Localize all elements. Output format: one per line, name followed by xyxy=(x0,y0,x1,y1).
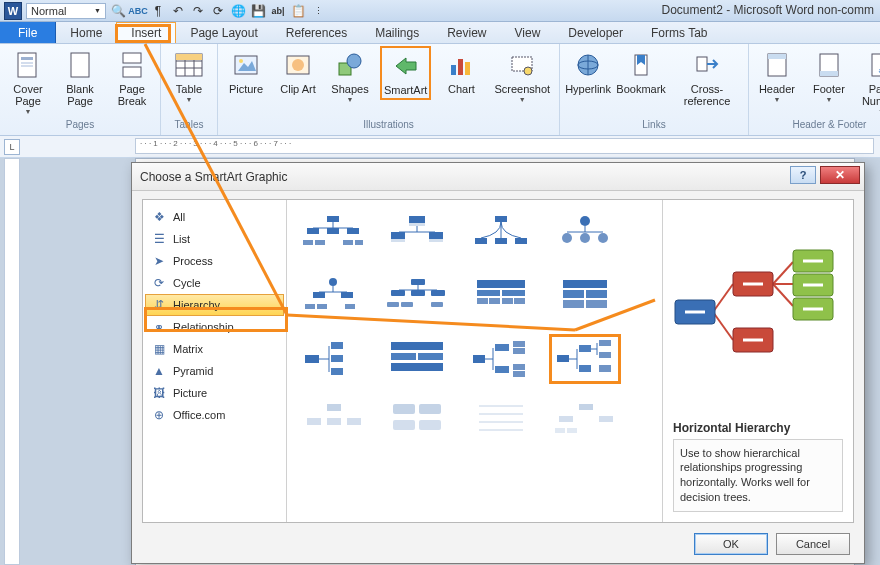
svg-rect-74 xyxy=(317,304,327,309)
chart-button[interactable]: Chart xyxy=(439,46,483,98)
dialog-close-button[interactable]: ✕ xyxy=(820,166,860,184)
svg-point-25 xyxy=(524,67,532,75)
svg-rect-35 xyxy=(820,71,838,76)
blank-page-icon xyxy=(64,49,96,81)
ok-button[interactable]: OK xyxy=(694,533,768,555)
svg-point-15 xyxy=(239,59,243,63)
tab-home[interactable]: Home xyxy=(56,22,116,43)
category-hierarchy[interactable]: ⇵Hierarchy xyxy=(145,294,284,316)
ruler-horizontal[interactable]: · · · 1 · · · 2 · · · 3 · · · 4 · · · 5 … xyxy=(135,138,874,154)
svg-rect-105 xyxy=(418,353,443,360)
svg-rect-87 xyxy=(502,290,525,296)
qat-refresh-icon[interactable]: ⟳ xyxy=(210,3,226,19)
cancel-button[interactable]: Cancel xyxy=(776,533,850,555)
svg-rect-127 xyxy=(307,418,321,425)
qat-redo-icon[interactable]: ↷ xyxy=(190,3,206,19)
header-button[interactable]: Header▼ xyxy=(755,46,799,106)
clipart-button[interactable]: Clip Art xyxy=(276,46,320,98)
bookmark-button[interactable]: Bookmark xyxy=(618,46,664,98)
svg-rect-102 xyxy=(331,368,343,375)
dialog-help-button[interactable]: ? xyxy=(790,166,816,184)
page-break-button[interactable]: Page Break xyxy=(110,46,154,110)
cover-page-button[interactable]: Cover Page▼ xyxy=(6,46,50,118)
svg-rect-58 xyxy=(495,216,507,222)
svg-rect-124 xyxy=(599,352,611,358)
category-process[interactable]: ➤Process xyxy=(143,250,286,272)
thumb-horizontal-org[interactable] xyxy=(297,334,369,384)
svg-rect-4 xyxy=(71,53,89,77)
svg-point-68 xyxy=(329,278,337,286)
tab-forms[interactable]: Forms Tab xyxy=(637,22,721,43)
thumb-labeled-hierarchy[interactable] xyxy=(381,272,453,322)
tab-insert[interactable]: Insert xyxy=(116,22,176,43)
blank-page-button[interactable]: Blank Page xyxy=(58,46,102,110)
thumb-horizontal-hierarchy[interactable] xyxy=(549,334,621,384)
page-number-button[interactable]: # Page Number▼ xyxy=(859,46,880,118)
category-officecom[interactable]: ⊕Office.com xyxy=(143,404,286,426)
tab-developer[interactable]: Developer xyxy=(554,22,637,43)
dialog-title-label: Choose a SmartArt Graphic xyxy=(140,170,287,184)
tab-page-layout[interactable]: Page Layout xyxy=(176,22,271,43)
qat-languages-icon[interactable]: 🌐 xyxy=(230,3,246,19)
qat-preview-icon[interactable]: 🔍 xyxy=(110,3,126,19)
thumb-half-circle-org[interactable] xyxy=(465,210,537,260)
picture-button[interactable]: Picture xyxy=(224,46,268,98)
svg-rect-90 xyxy=(502,298,513,304)
category-relationship[interactable]: ⚭Relationship xyxy=(143,316,286,338)
tab-view[interactable]: View xyxy=(501,22,555,43)
svg-rect-55 xyxy=(391,239,405,242)
thumb-name-title-org[interactable] xyxy=(381,210,453,260)
svg-rect-84 xyxy=(431,302,443,307)
qat-label-icon[interactable]: ab| xyxy=(270,3,286,19)
cover-page-icon xyxy=(12,49,44,81)
thumb-hierarchy-list[interactable] xyxy=(549,272,621,322)
qat-more-icon[interactable]: ⋮ xyxy=(310,3,326,19)
tab-review[interactable]: Review xyxy=(433,22,500,43)
tab-file[interactable]: File xyxy=(0,22,56,43)
category-picture[interactable]: 🖼Picture xyxy=(143,382,286,404)
page-number-label: Page Number xyxy=(862,83,880,107)
thumb-horizontal-labeled[interactable] xyxy=(465,334,537,384)
qat-undo-icon[interactable]: ↶ xyxy=(170,3,186,19)
thumb-faded-1[interactable] xyxy=(297,396,369,446)
style-selector[interactable]: Normal ▼ xyxy=(26,3,106,19)
tab-mailings[interactable]: Mailings xyxy=(361,22,433,43)
category-matrix[interactable]: ▦Matrix xyxy=(143,338,286,360)
thumb-org-chart[interactable] xyxy=(297,210,369,260)
table-button[interactable]: Table▼ xyxy=(167,46,211,106)
category-pyramid[interactable]: ▲Pyramid xyxy=(143,360,286,382)
word-icon[interactable]: W xyxy=(4,2,22,20)
category-list[interactable]: ☰List xyxy=(143,228,286,250)
category-all[interactable]: ❖All xyxy=(143,206,286,228)
category-cycle[interactable]: ⟳Cycle xyxy=(143,272,286,294)
footer-button[interactable]: Footer▼ xyxy=(807,46,851,106)
smartart-button[interactable]: SmartArt xyxy=(380,46,431,100)
svg-rect-5 xyxy=(123,53,141,63)
thumb-horizontal-multi[interactable] xyxy=(381,334,453,384)
screenshot-button[interactable]: Screenshot▼ xyxy=(491,46,553,106)
qat-spellcheck-icon[interactable]: ABC xyxy=(130,3,146,19)
svg-rect-51 xyxy=(409,223,425,226)
tab-references[interactable]: References xyxy=(272,22,361,43)
ruler-corner[interactable]: L xyxy=(4,139,20,155)
thumb-faded-2[interactable] xyxy=(381,396,453,446)
thumb-table-hierarchy[interactable] xyxy=(465,272,537,322)
ruler-vertical[interactable] xyxy=(4,158,20,565)
qat-clipboard-icon[interactable]: 📋 xyxy=(290,3,306,19)
svg-rect-89 xyxy=(489,298,500,304)
svg-line-145 xyxy=(773,262,793,284)
qat-paragraph-icon[interactable]: ¶ xyxy=(150,3,166,19)
thumb-hierarchy[interactable] xyxy=(297,272,369,322)
thumb-circle-picture-hier[interactable] xyxy=(549,210,621,260)
svg-rect-31 xyxy=(697,57,707,71)
hyperlink-button[interactable]: Hyperlink xyxy=(566,46,610,98)
thumb-faded-4[interactable] xyxy=(549,396,621,446)
shapes-button[interactable]: Shapes▼ xyxy=(328,46,372,106)
qat-save-icon[interactable]: 💾 xyxy=(250,3,266,19)
crossref-button[interactable]: Cross-reference xyxy=(672,46,742,110)
thumb-faded-3[interactable] xyxy=(465,396,537,446)
svg-rect-12 xyxy=(176,54,202,60)
svg-rect-49 xyxy=(355,240,363,245)
footer-icon xyxy=(813,49,845,81)
svg-line-143 xyxy=(713,284,733,312)
